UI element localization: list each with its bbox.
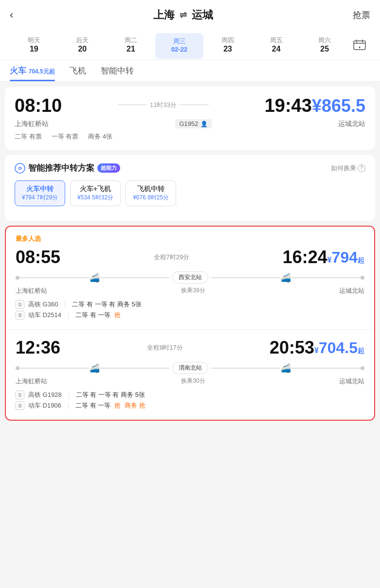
divider-1-2: ｜ <box>65 311 72 320</box>
transfer-tab-fl-label: 飞机中转 <box>137 185 164 193</box>
how-to-text: 如何换乘 <box>331 164 356 173</box>
tab-flight[interactable]: 飞机 <box>70 65 86 81</box>
depart-station: 上海虹桥站 <box>15 120 49 128</box>
date-num: 23 <box>205 45 250 53</box>
result-item-2[interactable]: 12:36 全程8时17分 20:53 ¥704.5起 🚄 渭南北站 🚄 上海虹… <box>6 330 374 420</box>
tab-smart-label: 智能中转 <box>101 66 134 75</box>
date-num: 21 <box>109 45 153 53</box>
route-dot-right-2 <box>361 366 364 370</box>
from-station-1: 上海虹桥站 <box>16 286 47 295</box>
train-detail-1-2: ② 动车 D2514 ｜ 二等 有 一等 抢 <box>16 311 364 320</box>
tab-train[interactable]: 火车 704.5元起 <box>10 65 55 81</box>
from-station-2: 上海虹桥站 <box>16 377 47 386</box>
date-num: 20 <box>60 45 105 53</box>
route-dot-left-2 <box>16 366 19 370</box>
tab-train-price: 704.5元起 <box>29 68 55 75</box>
train-seq-2-2: ② <box>16 401 24 410</box>
smart-icon: ⟳ <box>15 163 25 174</box>
day-label: 后天 <box>60 36 105 45</box>
super-badge: 超能力 <box>97 163 120 173</box>
seats-2-1: 二等 有 一等 有 商务 5张 <box>76 391 145 399</box>
result-list: 最多人选 08:55 全程7时29分 16:24 ¥794起 🚄 西安北站 🚄 … <box>5 226 375 421</box>
arrive-time-2: 20:53 <box>270 338 314 358</box>
day-label: 周五 <box>254 36 299 45</box>
date-num: 19 <box>12 45 56 53</box>
duration-text: 11时33分 <box>150 101 177 109</box>
transfer-route-row-2: 🚄 渭南北站 🚄 <box>16 362 364 374</box>
transport-tabs: 火车 704.5元起 飞机 智能中转 <box>0 60 380 82</box>
train-icon-left-1: 🚄 <box>89 272 100 283</box>
transfer-tab-train-price: ¥794 7时29分 <box>22 194 58 202</box>
train-seq-1-2: ② <box>16 311 24 320</box>
duration-2: 全程8时17分 <box>60 343 270 352</box>
grab-ticket-button[interactable]: 抢票 <box>353 9 370 21</box>
tab-smart-transfer[interactable]: 智能中转 <box>101 65 134 81</box>
transfer-tab-tf-price: ¥534 5时32分 <box>77 194 113 202</box>
question-icon: ? <box>358 164 365 172</box>
duration-line: 11时33分 <box>62 101 264 109</box>
train-duration: 11时33分 <box>62 101 264 111</box>
arrive-station: 运城北站 <box>338 120 365 128</box>
duration-bar-right <box>180 105 209 105</box>
result-main-row-1: 08:55 全程7时29分 16:24 ¥794起 <box>16 247 364 267</box>
direct-train-card[interactable]: 08:10 11时33分 19:43 ¥865.5 上海虹桥站 G1952 👤 … <box>5 87 375 150</box>
transfer-type-tabs: 火车中转 ¥794 7时29分 火车+飞机 ¥534 5时32分 飞机中转 ¥6… <box>15 180 365 206</box>
back-button[interactable]: ‹ <box>10 9 13 21</box>
date-tab-tomorrow[interactable]: 明天 19 <box>10 32 58 59</box>
how-to-transfer[interactable]: 如何换乘 ? <box>331 164 365 173</box>
route-line-right-2 <box>291 368 361 369</box>
duration-bar-left <box>118 105 147 105</box>
date-tab-sat[interactable]: 周六 25 <box>300 32 349 59</box>
depart-time: 08:10 <box>15 95 62 116</box>
month-date: 02-22 <box>157 46 202 53</box>
calendar-icon-button[interactable]: ▾ <box>349 36 370 56</box>
date-tab-thu[interactable]: 周四 23 <box>203 32 252 59</box>
transfer-station-2: 渭南北站 <box>172 362 208 374</box>
transfer-tab-train-flight[interactable]: 火车+飞机 ¥534 5时32分 <box>70 180 121 206</box>
price-suffix-1: 起 <box>358 256 364 264</box>
route-title: 上海 ⇌ 运城 <box>153 8 213 22</box>
date-tab-fri[interactable]: 周五 24 <box>252 32 301 59</box>
divider-1-1: ｜ <box>62 300 68 309</box>
route-line-left-2 <box>19 368 89 369</box>
date-tabs: 明天 19 后天 20 周二 21 周三 02-22 周四 23 周五 24 周… <box>10 28 370 59</box>
route-line-mid-2 <box>100 368 169 369</box>
header-top: ‹ 上海 ⇌ 运城 抢票 <box>10 8 370 28</box>
arrive-time: 19:43 <box>265 95 312 116</box>
train-sub-row: 上海虹桥站 G1952 👤 运城北站 <box>15 119 365 128</box>
transfer-tab-train[interactable]: 火车中转 ¥794 7时29分 <box>15 180 65 206</box>
transfer-route-row-1: 🚄 西安北站 🚄 <box>16 271 364 284</box>
train-icon-right-1: 🚄 <box>280 272 291 283</box>
tab-train-label: 火车 <box>10 66 26 75</box>
train-seq-2-1: ① <box>16 391 24 399</box>
transfer-wait-2: 换乘30分 <box>47 377 339 385</box>
train-no-1-1: 高铁 G360 <box>28 300 58 309</box>
divider-2-1: ｜ <box>66 391 72 399</box>
depart-time-1: 08:55 <box>16 247 60 267</box>
route-line-left-1 <box>19 277 89 278</box>
price-prefix-1: ¥ <box>327 256 332 264</box>
train-seq-1-1: ① <box>16 300 24 309</box>
day-label: 周三 <box>157 37 202 46</box>
day-label: 周二 <box>109 36 153 45</box>
popular-tag: 最多人选 <box>16 234 364 243</box>
to-station-1: 运城北站 <box>339 286 364 295</box>
destination-city: 运城 <box>192 8 213 22</box>
date-tab-tue[interactable]: 周二 21 <box>107 32 155 59</box>
price-value-2: 704.5 <box>319 339 358 356</box>
route-line-mid-1 <box>100 277 169 278</box>
result-item-1[interactable]: 最多人选 08:55 全程7时29分 16:24 ¥794起 🚄 西安北站 🚄 … <box>6 227 374 330</box>
route-dot-right-1 <box>361 276 364 280</box>
depart-time-2: 12:36 <box>16 338 60 358</box>
train-no-2-2: 动车 D1906 <box>28 401 61 410</box>
price-2: ¥704.5起 <box>314 339 364 357</box>
header: ‹ 上海 ⇌ 运城 抢票 明天 19 后天 20 周二 21 周三 02-22 … <box>0 0 380 59</box>
price-1: ¥794起 <box>327 249 364 267</box>
date-tab-wed[interactable]: 周三 02-22 <box>155 33 204 59</box>
limited-1-2: 抢 <box>114 311 121 320</box>
date-tab-day-after[interactable]: 后天 20 <box>58 32 107 59</box>
transfer-tab-flight[interactable]: 飞机中转 ¥676 8时25分 <box>126 180 176 206</box>
train-main-row: 08:10 11时33分 19:43 ¥865.5 <box>15 95 365 116</box>
tab-flight-label: 飞机 <box>70 66 86 75</box>
route-dot-left-1 <box>16 276 19 280</box>
